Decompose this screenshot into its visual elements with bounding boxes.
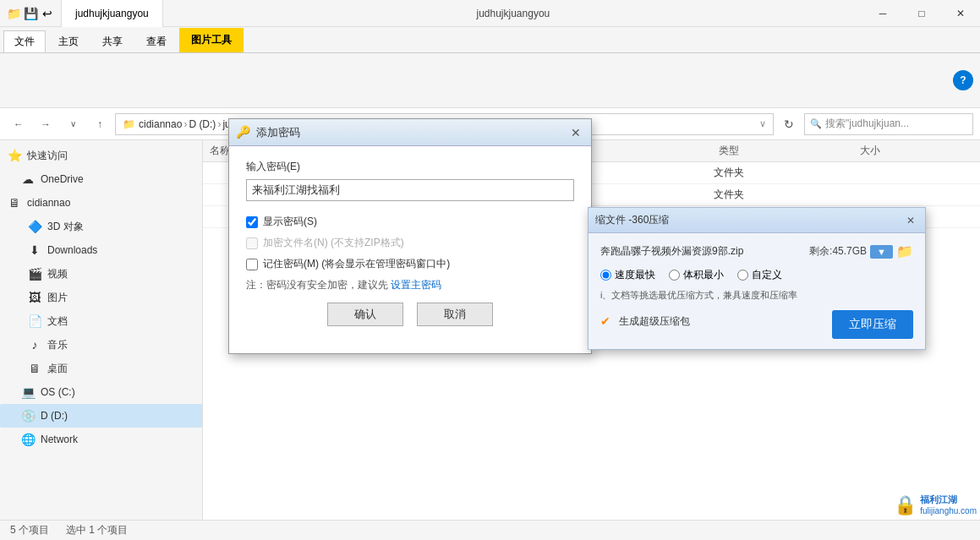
dialog-footer: 确认 取消: [246, 292, 574, 340]
watermark-text-line1: 福利江湖: [920, 494, 977, 505]
remember-password-row: 记住密码(M) (将会显示在管理密码窗口中): [246, 257, 574, 271]
compress-bottom-row: ✔ 生成超级压缩包 立即压缩: [600, 310, 913, 339]
password-input[interactable]: [246, 179, 574, 201]
quick-access-icon: ⭐: [7, 148, 22, 163]
ribbon: 文件 主页 共享 查看 图片工具 ?: [0, 27, 980, 108]
sidebar-item-onedrive[interactable]: ☁ OneDrive: [0, 167, 202, 191]
maximize-button[interactable]: □: [902, 0, 941, 27]
tab-view[interactable]: 查看: [135, 30, 178, 52]
sidebar-item-os-c[interactable]: 💻 OS (C:): [0, 380, 202, 404]
tab-file[interactable]: 文件: [3, 30, 46, 52]
sidebar-item-music[interactable]: ♪ 音乐: [0, 333, 202, 357]
d-drive-icon: 💿: [20, 408, 36, 423]
tab-home[interactable]: 主页: [47, 30, 90, 52]
dialog-close-button[interactable]: ✕: [567, 124, 584, 141]
compress-dialog: 缩文件 -360压缩 ✕ 奔跑晶骡子视频外漏资源9部.zip 剩余:45.7GB…: [588, 207, 926, 350]
dialog-body: 输入密码(E) 显示密码(S) 加密文件名(N) (不支持ZIP格式) 记住密码…: [229, 146, 591, 353]
sidebar-item-documents[interactable]: 📄 文档: [0, 309, 202, 333]
music-icon: ♪: [27, 337, 42, 352]
sidebar: ⭐ 快速访问 ☁ OneDrive 🖥 cidiannao 🔷 3D 对象 ⬇ …: [0, 140, 203, 520]
sidebar-item-network[interactable]: 🌐 Network: [0, 428, 202, 451]
set-master-password-link[interactable]: 设置主密码: [391, 279, 441, 291]
minimize-button[interactable]: ─: [863, 0, 902, 27]
sidebar-item-pictures[interactable]: 🖼 图片: [0, 286, 202, 309]
help-button[interactable]: ?: [953, 70, 973, 90]
sidebar-item-videos[interactable]: 🎬 视频: [0, 262, 202, 286]
search-placeholder: 搜索"judhujkjuan...: [825, 117, 909, 131]
compress-close-button[interactable]: ✕: [903, 213, 918, 228]
title-bar-icons: 📁 💾 ↩: [0, 7, 61, 20]
encrypt-filename-checkbox[interactable]: [246, 237, 258, 249]
sidebar-item-downloads[interactable]: ⬇ Downloads: [0, 238, 202, 262]
folder-icon: 📁: [7, 7, 20, 20]
tab-picture-tools[interactable]: 图片工具: [179, 28, 244, 52]
sidebar-item-d-drive[interactable]: 💿 D (D:): [0, 404, 202, 428]
option-custom[interactable]: 自定义: [737, 268, 782, 282]
compress-title-text: 缩文件 -360压缩: [595, 213, 903, 227]
password-dialog: 🔑 添加密码 ✕ 输入密码(E) 显示密码(S) 加密文件名(N) (不支持ZI…: [228, 118, 592, 354]
download-icon: ⬇: [27, 243, 42, 258]
item-count: 5 个项目: [10, 523, 49, 537]
selected-count: 选中 1 个项目: [66, 523, 128, 537]
refresh-button[interactable]: ↻: [777, 112, 801, 136]
sidebar-item-quick-access[interactable]: ⭐ 快速访问: [0, 144, 202, 167]
path-dropdown-arrow[interactable]: ∨: [759, 118, 766, 129]
sidebar-item-cidiannao[interactable]: 🖥 cidiannao: [0, 191, 202, 215]
computer-icon: 🖥: [7, 195, 22, 210]
compress-filename-row: 奔跑晶骡子视频外漏资源9部.zip 剩余:45.7GB ▼ 📁: [600, 243, 913, 259]
path-d-drive: D (D:): [189, 118, 216, 130]
dialog-hint: 注：密码没有安全加密，建议先 设置主密码: [246, 278, 574, 292]
tab-share[interactable]: 共享: [91, 30, 134, 52]
window-title: judhujkjuangyou: [163, 8, 863, 19]
dialog-title-icon: 🔑: [236, 125, 251, 140]
ribbon-content: ?: [0, 52, 980, 107]
title-bar: 📁 💾 ↩ judhujkjuangyou judhujkjuangyou ─ …: [0, 0, 980, 27]
desktop-icon: 🖥: [27, 361, 42, 376]
compress-filename: 奔跑晶骡子视频外漏资源9部.zip: [600, 244, 802, 259]
col-header-type[interactable]: 类型: [719, 144, 860, 158]
submit-compress-button[interactable]: 立即压缩: [832, 310, 913, 339]
forward-button[interactable]: →: [34, 112, 57, 136]
sidebar-item-desktop[interactable]: 🖥 桌面: [0, 357, 202, 380]
close-button[interactable]: ✕: [941, 0, 980, 27]
encrypt-filename-label: 加密文件名(N) (不支持ZIP格式): [263, 236, 404, 250]
documents-icon: 📄: [27, 314, 42, 329]
compress-title-bar: 缩文件 -360压缩 ✕: [589, 208, 925, 233]
video-icon: 🎬: [27, 266, 42, 281]
back-button[interactable]: ←: [7, 112, 30, 136]
show-password-label: 显示密码(S): [263, 215, 317, 229]
option-smallest[interactable]: 体积最小: [669, 268, 724, 282]
space-dropdown-button[interactable]: ▼: [870, 245, 893, 259]
show-password-checkbox[interactable]: [246, 216, 258, 228]
super-pack-row: ✔ 生成超级压缩包: [600, 314, 690, 329]
cancel-button[interactable]: 取消: [417, 303, 493, 326]
compress-options: 速度最快 体积最小 自定义: [600, 268, 913, 282]
remember-password-label: 记住密码(M) (将会显示在管理密码窗口中): [263, 257, 450, 271]
search-icon: 🔍: [810, 118, 822, 129]
watermark: 🔒 福利江湖 fulijianghu.com: [894, 494, 977, 516]
dropdown-button[interactable]: ∨: [61, 112, 85, 136]
dialog-title-text: 添加密码: [256, 125, 567, 140]
watermark-logo-icon: 🔒: [894, 494, 917, 516]
col-header-size[interactable]: 大小: [860, 144, 973, 158]
pictures-icon: 🖼: [27, 290, 42, 305]
space-label: 剩余:45.7GB: [809, 244, 867, 259]
compress-body: 奔跑晶骡子视频外漏资源9部.zip 剩余:45.7GB ▼ 📁 速度最快 体积最…: [589, 233, 925, 349]
remember-password-checkbox[interactable]: [246, 259, 258, 270]
folder-browse-icon[interactable]: 📁: [896, 243, 913, 259]
compress-desc: i、文档等挑选最优压缩方式，兼具速度和压缩率: [600, 289, 913, 302]
up-button[interactable]: ↑: [88, 112, 112, 136]
save-icon: 💾: [24, 7, 37, 20]
os-c-icon: 💻: [20, 385, 36, 400]
confirm-button[interactable]: 确认: [327, 303, 403, 326]
search-box[interactable]: 🔍 搜索"judhujkjuan...: [804, 113, 973, 135]
active-tab-management[interactable]: judhujkjuangyou: [61, 0, 163, 27]
onedrive-icon: ☁: [20, 172, 36, 187]
compress-space: 剩余:45.7GB ▼ 📁: [809, 243, 913, 259]
status-bar: 5 个项目 选中 1 个项目: [0, 520, 980, 540]
show-password-row: 显示密码(S): [246, 215, 574, 229]
option-fastest[interactable]: 速度最快: [600, 268, 655, 282]
sidebar-item-3d-objects[interactable]: 🔷 3D 对象: [0, 215, 202, 238]
super-pack-label: 生成超级压缩包: [619, 314, 690, 329]
watermark-text-line2: fulijianghu.com: [920, 506, 977, 516]
